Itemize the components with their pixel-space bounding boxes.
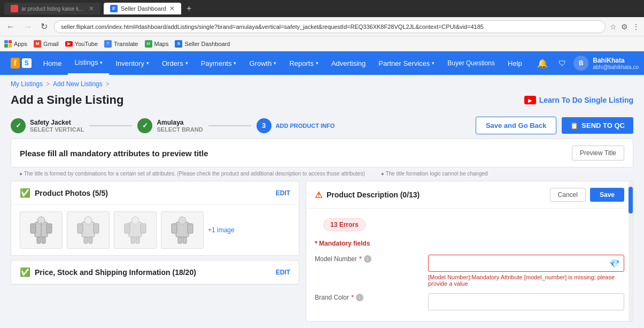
bookmark-apps[interactable]: Apps — [4, 40, 27, 48]
bookmark-youtube[interactable]: ▶ YouTube — [65, 41, 98, 47]
nav-item-inventory[interactable]: Inventory ▾ — [109, 51, 155, 75]
photos-row: +1 image — [11, 205, 299, 255]
preview-title-button[interactable]: Preview Title — [572, 146, 624, 161]
brand-color-info-icon[interactable]: i — [356, 294, 363, 301]
nav-refresh-button[interactable]: ↻ — [38, 20, 50, 33]
extension-icon[interactable]: ⚙ — [621, 22, 628, 31]
step-2-value: Amulaya — [157, 119, 203, 126]
reports-label: Reports — [289, 59, 314, 67]
bookmark-youtube-label: YouTube — [75, 41, 98, 47]
menu-icon[interactable]: ⋮ — [632, 22, 640, 31]
tab-close-inactive[interactable]: ✕ — [89, 5, 94, 12]
step-3: 3 ADD PRODUCT INFO — [257, 118, 335, 133]
payments-label: Payments — [201, 59, 232, 67]
nav-forward-button[interactable]: → — [21, 21, 34, 33]
tab-add-button[interactable]: + — [187, 4, 191, 13]
photos-title-text: Product Photos (5/5) — [35, 189, 108, 197]
svg-point-14 — [84, 217, 92, 224]
orders-arrow: ▾ — [185, 60, 188, 66]
translate-icon: T — [104, 40, 112, 48]
breadcrumb-my-listings[interactable]: My Listings — [11, 80, 43, 88]
photo-thumb-1[interactable] — [20, 211, 63, 249]
model-input-wrapper: 💎 — [428, 255, 624, 272]
listings-arrow: ▾ — [100, 60, 103, 65]
growth-label: Growth — [249, 59, 271, 67]
growth-arrow: ▾ — [274, 60, 276, 66]
save-and-go-back-button[interactable]: Save and Go Back — [476, 117, 556, 134]
title-note-2: ● The title formation logic cannot be ch… — [381, 171, 488, 177]
nav-item-help[interactable]: Help — [501, 51, 529, 75]
nav-item-orders[interactable]: Orders ▾ — [156, 51, 195, 75]
scrollbar-thumb[interactable] — [629, 187, 633, 213]
fk-logo: f — [11, 58, 20, 68]
svg-point-26 — [179, 217, 186, 224]
jacket-svg-2 — [72, 214, 104, 246]
model-number-input[interactable] — [428, 255, 624, 272]
nav-item-payments[interactable]: Payments ▾ — [195, 51, 243, 75]
page-header: Add a Single Listing ▶ Learn To Do Singl… — [0, 91, 644, 112]
bookmark-seller[interactable]: S Seller Dashboard — [175, 40, 230, 48]
breadcrumb-sep-1: > — [46, 80, 50, 88]
bookmark-icon[interactable]: ☆ — [610, 22, 617, 31]
model-info-icon[interactable]: i — [364, 255, 371, 263]
price-stock-title: ✅ Price, Stock and Shipping Information … — [20, 267, 196, 277]
mandatory-fields-label: * Mandatory fields — [306, 237, 633, 250]
nav-item-buyer[interactable]: Buyer Questions — [441, 51, 501, 75]
tab-active[interactable]: F Seller Dashboard ✕ — [104, 3, 181, 14]
step-1-value: Safety Jacket — [30, 119, 84, 126]
nav-item-advertising[interactable]: Advertising — [325, 51, 372, 75]
inventory-label: Inventory — [115, 59, 144, 67]
brand-color-input[interactable] — [428, 293, 624, 310]
nav-back-button[interactable]: ← — [4, 21, 17, 33]
nav-item-home[interactable]: Home — [37, 51, 68, 75]
errors-count-badge: 13 Errors — [323, 218, 366, 231]
svg-rect-17 — [141, 224, 146, 233]
svg-rect-13 — [89, 237, 92, 243]
photo-thumb-2[interactable] — [67, 211, 110, 249]
learn-link-text: Learn To Do Single Listing — [539, 96, 633, 104]
nav-item-listings[interactable]: Listings ▾ — [68, 51, 109, 75]
partner-arrow: ▾ — [432, 60, 434, 66]
scrollbar-track[interactable] — [629, 181, 633, 321]
tab-close-active[interactable]: ✕ — [169, 5, 175, 12]
nav-item-reports[interactable]: Reports ▾ — [283, 51, 325, 75]
shield-icon[interactable]: 🛡 — [555, 59, 569, 67]
browser-chrome: ar product listing kaise kare _ (1080p) … — [0, 0, 644, 51]
photo-thumb-4[interactable] — [161, 211, 204, 249]
photos-edit-link[interactable]: EDIT — [276, 189, 290, 197]
prod-desc-title: ⚠ Product Description (0/13) — [315, 190, 420, 200]
nav-item-partner[interactable]: Partner Services ▾ — [372, 51, 441, 75]
more-images-link[interactable]: +1 image — [208, 226, 235, 234]
prod-desc-header: ⚠ Product Description (0/13) Cancel Save — [306, 181, 633, 209]
errors-badge: 13 Errors — [306, 209, 633, 237]
cancel-button[interactable]: Cancel — [550, 188, 586, 202]
tab-favicon-2: F — [110, 5, 118, 12]
model-number-label-group: Model Number * i — [315, 255, 422, 263]
learn-link[interactable]: ▶ Learn To Do Single Listing — [524, 96, 633, 104]
bookmark-seller-label: Seller Dashboard — [184, 41, 230, 47]
save-button[interactable]: Save — [590, 188, 624, 202]
breadcrumb-add-new[interactable]: Add New Listings — [53, 80, 103, 88]
svg-rect-12 — [84, 237, 88, 243]
price-edit-link[interactable]: EDIT — [276, 269, 290, 276]
model-warning-icon: 💎 — [609, 258, 620, 269]
send-to-qc-button[interactable]: 📋 SEND TO QC — [562, 117, 633, 134]
user-name: BahiKhata — [593, 57, 639, 64]
photo-thumb-3[interactable] — [114, 211, 157, 249]
content-area: Please fill all mandatory attributes to … — [0, 139, 644, 326]
bookmark-translate[interactable]: T Translate — [104, 40, 138, 48]
bookmark-gmail[interactable]: M Gmail — [34, 40, 59, 48]
svg-point-20 — [131, 217, 139, 224]
logo-area[interactable]: f S — [5, 51, 37, 75]
apps-icon — [4, 40, 12, 48]
url-bar[interactable]: seller.flipkart.com/index.html#dashboard… — [54, 20, 606, 33]
svg-rect-4 — [42, 237, 45, 243]
bell-icon[interactable]: 🔔 — [534, 58, 551, 68]
user-avatar[interactable]: B — [573, 56, 588, 71]
nav-item-growth[interactable]: Growth ▾ — [243, 51, 283, 75]
step-1-label: SELECT VERTICAL — [30, 126, 84, 133]
bookmark-maps[interactable]: M Maps — [145, 40, 169, 48]
youtube-play-icon: ▶ — [524, 96, 536, 104]
tab-inactive[interactable]: ar product listing kaise kare _ (1080p) … — [4, 3, 100, 14]
photos-check-icon: ✅ — [20, 188, 30, 198]
